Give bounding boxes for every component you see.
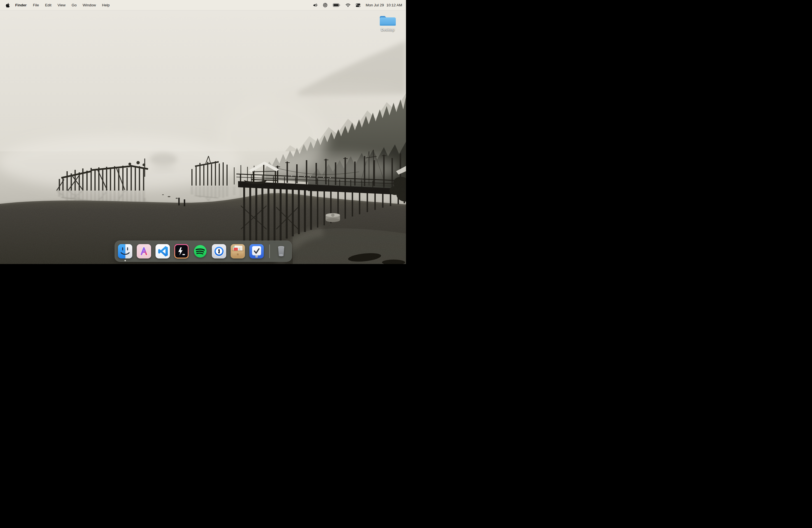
control-center-icon[interactable] — [356, 3, 360, 7]
finder-icon — [118, 244, 132, 259]
desktop-screen: Finder File Edit View Go Window Help — [0, 0, 406, 264]
folder-icon — [379, 14, 396, 27]
apple-menu[interactable] — [3, 3, 12, 8]
dock-item-warp[interactable] — [174, 244, 189, 259]
shutter-icon[interactable] — [323, 3, 328, 8]
1password-icon — [212, 244, 226, 259]
menu-edit[interactable]: Edit — [42, 0, 54, 10]
arc-icon — [137, 244, 151, 259]
desktop-folder-label: Desktop — [381, 28, 394, 32]
running-indicator — [125, 260, 126, 261]
menu-file[interactable]: File — [30, 0, 42, 10]
dock-item-vscode[interactable] — [156, 244, 170, 259]
clock-time: 10:12 AM — [387, 3, 402, 7]
wallpaper-foggy-pier — [0, 0, 406, 264]
wifi-icon[interactable] — [346, 3, 350, 7]
desktop-folder[interactable]: Desktop — [375, 14, 401, 32]
menu-go[interactable]: Go — [69, 0, 79, 10]
dock-item-archive-box[interactable] — [231, 244, 245, 259]
dock-item-spotify[interactable] — [193, 244, 207, 259]
menu-bar-left: Finder File Edit View Go Window Help — [3, 0, 113, 10]
warp-terminal-icon — [174, 244, 189, 259]
menu-app-name[interactable]: Finder — [12, 0, 30, 10]
archive-box-icon — [231, 244, 245, 259]
vscode-icon — [156, 244, 170, 259]
dock — [115, 240, 292, 262]
trash-icon — [274, 244, 288, 259]
menu-bar: Finder File Edit View Go Window Help — [0, 0, 406, 10]
menu-bar-status: Mon Jul 29 10:12 AM — [313, 3, 402, 8]
dock-item-1password[interactable] — [212, 244, 226, 259]
dock-item-finder[interactable] — [118, 244, 132, 259]
dock-item-trash[interactable] — [274, 244, 288, 259]
menu-help[interactable]: Help — [99, 0, 113, 10]
spotify-icon — [193, 244, 207, 259]
dock-separator — [269, 245, 270, 258]
menu-bar-clock[interactable]: Mon Jul 29 10:12 AM — [366, 3, 402, 7]
menu-view[interactable]: View — [54, 0, 69, 10]
things-icon — [249, 244, 264, 259]
clock-date: Mon Jul 29 — [366, 3, 384, 7]
menu-window[interactable]: Window — [79, 0, 99, 10]
volume-muted-icon[interactable] — [313, 3, 318, 7]
dock-item-things[interactable] — [249, 244, 264, 259]
apple-logo-icon — [5, 3, 10, 8]
dock-item-arc[interactable] — [137, 244, 151, 259]
battery-icon[interactable] — [333, 3, 340, 7]
